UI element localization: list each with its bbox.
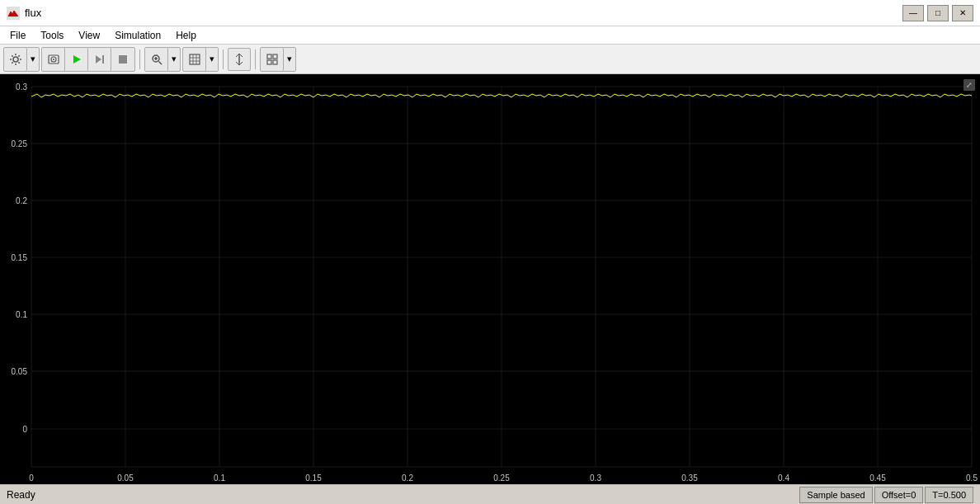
svg-text:0.2: 0.2 — [402, 473, 413, 483]
svg-rect-26 — [273, 60, 277, 64]
svg-text:0.15: 0.15 — [305, 473, 322, 483]
fit-axes-icon — [188, 53, 201, 66]
status-right: Sample based Offset=0 T=0.500 — [799, 487, 973, 503]
cursor-button[interactable] — [228, 48, 251, 71]
svg-line-10 — [158, 61, 162, 64]
sample-based-indicator: Sample based — [799, 487, 872, 503]
cursor-icon — [233, 53, 246, 66]
window-title: flux — [25, 7, 41, 19]
offset-indicator: Offset=0 — [874, 487, 924, 503]
svg-text:0.05: 0.05 — [117, 473, 134, 483]
settings-button[interactable] — [4, 48, 27, 71]
svg-point-1 — [13, 57, 18, 62]
menu-simulation[interactable]: Simulation — [108, 28, 167, 43]
zoom-in-button[interactable] — [145, 48, 168, 71]
zoom-group: ▾ — [144, 47, 181, 72]
chart-area: 0.3 0.25 0.2 0.15 0.1 0.05 0 0 0.05 0.1 … — [0, 74, 980, 484]
zoom-dropdown-button[interactable]: ▾ — [168, 48, 180, 71]
svg-rect-7 — [102, 55, 104, 64]
settings-group: ▾ — [3, 47, 40, 72]
run-icon — [70, 53, 83, 66]
oscilloscope-chart: 0.3 0.25 0.2 0.15 0.1 0.05 0 0 0.05 0.1 … — [0, 74, 980, 484]
svg-text:0.05: 0.05 — [12, 367, 28, 376]
svg-rect-13 — [190, 54, 200, 64]
svg-text:0.2: 0.2 — [16, 196, 27, 205]
svg-text:0: 0 — [22, 425, 27, 434]
svg-text:0.45: 0.45 — [869, 473, 886, 483]
properties-group: ▾ — [260, 47, 296, 72]
svg-marker-5 — [73, 55, 81, 64]
window-controls[interactable]: — □ ✕ — [902, 5, 973, 21]
properties-dropdown-button[interactable]: ▾ — [284, 48, 295, 71]
axes-group: ▾ — [182, 47, 219, 72]
svg-rect-25 — [267, 60, 271, 64]
svg-text:⤢: ⤢ — [966, 81, 973, 89]
title-bar: flux — □ ✕ — [0, 0, 980, 26]
close-button[interactable]: ✕ — [952, 5, 973, 21]
svg-text:0.1: 0.1 — [214, 473, 225, 483]
svg-rect-24 — [273, 54, 277, 59]
menu-help[interactable]: Help — [169, 28, 203, 43]
maximize-button[interactable]: □ — [927, 5, 949, 21]
svg-point-4 — [53, 59, 54, 60]
svg-rect-8 — [119, 55, 127, 64]
menu-file[interactable]: File — [3, 28, 32, 43]
svg-text:0.25: 0.25 — [12, 139, 28, 148]
menu-bar: File Tools View Simulation Help — [0, 26, 980, 45]
toolbar-separator-2 — [223, 49, 224, 69]
step-button[interactable] — [88, 48, 111, 71]
sim-controls-group — [41, 47, 135, 72]
app-icon — [7, 7, 20, 20]
run-button[interactable] — [65, 48, 88, 71]
properties-button[interactable] — [261, 48, 284, 71]
svg-text:0.25: 0.25 — [493, 473, 510, 483]
open-library-button[interactable] — [42, 48, 65, 71]
svg-rect-27 — [0, 74, 980, 484]
toolbar-separator-3 — [255, 49, 256, 69]
menu-tools[interactable]: Tools — [34, 28, 70, 43]
svg-text:0.5: 0.5 — [966, 473, 978, 483]
gear-icon — [9, 53, 22, 66]
status-bar: Ready Sample based Offset=0 T=0.500 — [0, 484, 980, 504]
properties-icon — [266, 53, 279, 66]
menu-view[interactable]: View — [72, 28, 106, 43]
svg-marker-6 — [96, 55, 101, 64]
status-ready: Ready — [7, 489, 35, 501]
svg-text:0.3: 0.3 — [590, 473, 601, 483]
svg-rect-23 — [267, 54, 271, 59]
toolbar: ▾ — [0, 45, 980, 74]
svg-text:0.1: 0.1 — [16, 310, 27, 319]
toolbar-separator-1 — [139, 49, 140, 69]
step-icon — [93, 53, 106, 66]
zoom-in-icon — [150, 53, 163, 66]
svg-text:0.4: 0.4 — [778, 473, 789, 483]
minimize-button[interactable]: — — [902, 5, 924, 21]
library-icon — [47, 53, 60, 66]
fit-axes-button[interactable] — [183, 48, 206, 71]
title-left: flux — [7, 7, 41, 20]
time-indicator: T=0.500 — [925, 487, 973, 503]
stop-button[interactable] — [111, 48, 134, 71]
svg-text:0.3: 0.3 — [16, 82, 27, 92]
svg-text:0: 0 — [29, 473, 34, 483]
axes-dropdown-button[interactable]: ▾ — [206, 48, 218, 71]
settings-dropdown-button[interactable]: ▾ — [27, 48, 39, 71]
svg-text:0.15: 0.15 — [12, 253, 28, 262]
stop-icon — [116, 53, 130, 66]
svg-text:0.35: 0.35 — [681, 473, 698, 483]
